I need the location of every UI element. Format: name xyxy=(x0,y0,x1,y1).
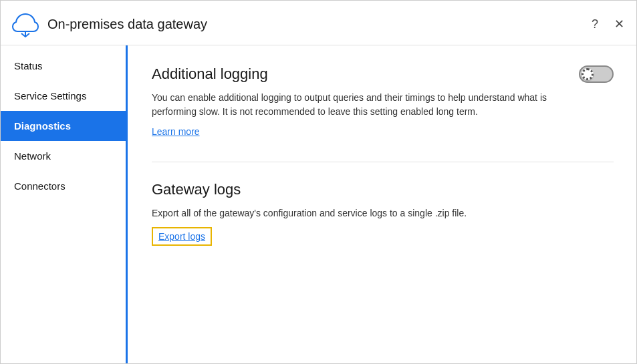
help-button[interactable]: ? xyxy=(589,17,601,31)
sidebar-item-network[interactable]: Network xyxy=(1,141,126,171)
toggle-knob xyxy=(582,68,594,80)
gateway-icon xyxy=(11,10,39,38)
main-content: Additional logging You can enable additi… xyxy=(128,45,637,364)
gateway-logs-title: Gateway logs xyxy=(152,181,241,198)
title-bar: On-premises data gateway ? ✕ xyxy=(1,1,637,45)
sidebar: Status Service Settings Diagnostics Netw… xyxy=(1,45,128,364)
learn-more-link[interactable]: Learn more xyxy=(152,126,200,137)
additional-logging-section: Additional logging You can enable additi… xyxy=(152,65,614,138)
additional-logging-description: You can enable additional logging to out… xyxy=(152,91,593,119)
toggle-track xyxy=(579,65,614,83)
window-controls: ? ✕ xyxy=(589,17,627,31)
export-logs-button[interactable]: Export logs xyxy=(152,227,212,246)
sidebar-item-status[interactable]: Status xyxy=(1,51,126,81)
sidebar-item-service-settings[interactable]: Service Settings xyxy=(1,81,126,111)
additional-logging-title: Additional logging xyxy=(152,65,268,83)
app-window: On-premises data gateway ? ✕ Status Serv… xyxy=(1,1,637,364)
sidebar-item-diagnostics[interactable]: Diagnostics xyxy=(1,111,126,141)
additional-logging-toggle[interactable] xyxy=(579,65,614,83)
close-button[interactable]: ✕ xyxy=(612,17,627,31)
additional-logging-title-row: Additional logging xyxy=(152,65,614,83)
section-divider xyxy=(152,162,614,162)
app-title: On-premises data gateway xyxy=(47,17,589,32)
gateway-logs-title-row: Gateway logs xyxy=(152,181,614,198)
content-area: Status Service Settings Diagnostics Netw… xyxy=(1,45,637,364)
gateway-logs-description: Export all of the gateway's configuratio… xyxy=(152,206,593,220)
sidebar-item-connectors[interactable]: Connectors xyxy=(1,171,126,201)
gateway-logs-section: Gateway logs Export all of the gateway's… xyxy=(152,181,614,246)
